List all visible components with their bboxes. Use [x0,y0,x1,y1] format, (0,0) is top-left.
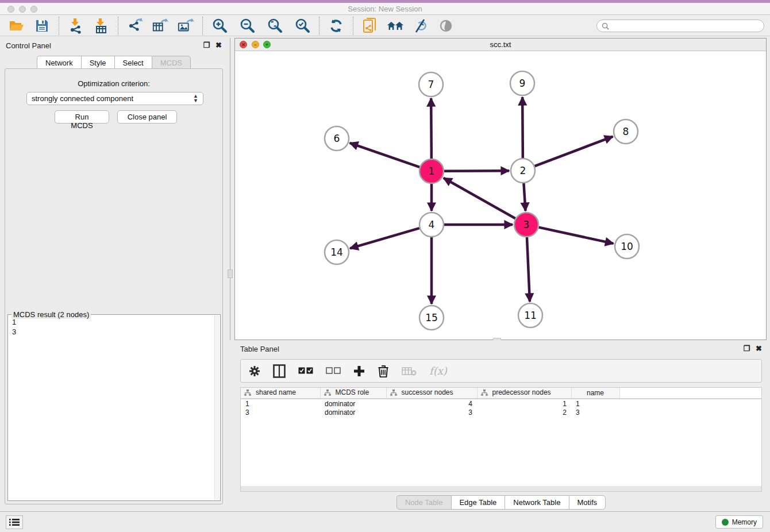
mcds-result-text[interactable]: 1 3 [9,317,214,500]
graph-node-11[interactable]: 11 [518,303,542,327]
table-cell[interactable]: 3 [571,408,619,417]
table-row[interactable]: 3dominator323 [241,408,761,417]
save-session-button[interactable] [33,17,51,34]
task-history-button[interactable] [6,515,23,529]
table-row[interactable]: 1dominator411 [241,399,761,408]
table-cell[interactable]: dominator [320,399,386,408]
status-bar: Memory [0,511,770,532]
network-window-title: scc.txt [235,40,766,49]
graph-edge-3-1[interactable] [444,178,515,218]
graph-edge-3-10[interactable] [538,228,613,244]
graph-node-2[interactable]: 2 [511,159,535,183]
control-panel-title: Control Panel [6,41,51,50]
graph-node-8[interactable]: 8 [614,119,638,144]
column-header-label: predecessor nodes [492,388,551,396]
graph-edge-3-11[interactable] [527,237,530,302]
control-panel: Control Panel ❐ ✖ Network Style Select M… [0,38,228,509]
table-cell[interactable]: dominator [320,408,386,417]
criterion-dropdown[interactable]: strongly connected component ▲▼ [26,92,203,105]
graph-edge-2-8[interactable] [535,137,613,167]
table-horizontal-scrollbar[interactable] [240,486,762,492]
column-header-label: MCDS role [336,388,369,396]
table-cell[interactable]: 1 [477,399,571,408]
graph-edge-1-6[interactable] [350,143,420,167]
search-box[interactable] [596,20,764,32]
graph-edge-1-7[interactable] [431,98,432,159]
zoom-fit-button[interactable] [266,17,283,34]
table-cell[interactable]: 1 [571,399,619,408]
duplicate-network-view-button[interactable] [361,17,379,34]
clear-table-icon-disabled [402,363,417,379]
node-table-header[interactable]: shared name MCDS role successor nodes pr… [241,388,761,399]
node-table-rows[interactable]: 1dominator4113dominator323 [241,399,761,417]
network-graph-canvas[interactable]: 7968124314101511 [235,51,766,340]
graph-node-6[interactable]: 6 [325,126,349,151]
graph-node-7[interactable]: 7 [419,72,443,97]
graph-node-10[interactable]: 10 [615,234,639,259]
deselect-all-columns-icon[interactable] [326,363,341,379]
close-panel-button[interactable]: Close panel [117,110,177,124]
table-cell[interactable]: 2 [477,408,571,417]
graph-node-15[interactable]: 15 [419,306,444,330]
search-input[interactable] [613,22,759,30]
tab-motifs[interactable]: Motifs [568,495,606,510]
graph-node-3[interactable]: 3 [514,213,538,237]
network-window-titlebar[interactable]: ✕ − + scc.txt [235,38,766,51]
memory-button[interactable]: Memory [715,515,763,529]
graph-edge-4-14[interactable] [350,228,419,248]
eye-icon[interactable] [437,17,455,34]
column-header-label: shared name [256,388,296,396]
table-cell[interactable]: 3 [241,408,320,417]
open-session-button[interactable] [8,17,25,34]
graph-node-label: 3 [523,219,530,230]
graph-node-14[interactable]: 14 [325,240,349,264]
node-table[interactable]: shared name MCDS role successor nodes pr… [240,387,762,486]
table-panel: Table Panel ❐ ✖ [232,340,770,511]
graph-node-label: 8 [623,126,629,137]
show-column-panel-icon[interactable] [273,363,286,379]
mcds-panel-body: Optimization criterion: strongly connect… [5,68,223,504]
zoom-out-button[interactable] [238,17,256,34]
import-table-button[interactable] [93,17,110,34]
close-panel-icon[interactable]: ✖ [215,41,222,49]
zoom-in-button[interactable] [211,17,228,34]
delete-column-trash-icon[interactable] [378,363,389,379]
graph-edge-2-3[interactable] [523,183,525,211]
function-builder-icon-disabled: f(x) [429,363,447,379]
tab-network-table[interactable]: Network Table [505,495,568,510]
refresh-layout-button[interactable] [328,17,345,34]
table-cell[interactable]: 3 [386,408,477,417]
export-table-button[interactable] [152,17,169,34]
create-column-plus-icon[interactable] [353,363,365,379]
vertical-splitter-grip[interactable] [228,269,233,278]
graph-node-1[interactable]: 1 [419,159,444,183]
mcds-result-box: MCDS result (2 nodes) 1 3 [7,314,221,501]
application-window: Session: New Session [0,0,770,532]
float-panel-icon[interactable]: ❐ [203,41,210,49]
select-all-columns-icon[interactable] [298,363,313,379]
tab-node-table[interactable]: Node Table [396,495,451,510]
table-settings-gear-icon[interactable] [249,363,260,379]
table-toolbar: f(x) [240,359,762,383]
graph-node-4[interactable]: 4 [419,213,444,237]
optimization-criterion-label: Optimization criterion: [5,79,222,88]
table-cell[interactable]: 4 [386,399,477,408]
mac-titlebar: Session: New Session [0,3,770,15]
vertical-splitter[interactable] [230,38,230,340]
graph-edge-1-2[interactable] [444,171,509,171]
home-layout-button[interactable] [387,17,404,34]
run-mcds-button[interactable]: Run MCDS [55,110,109,124]
mcds-result-scrollbar[interactable] [214,315,220,500]
table-cell[interactable]: 1 [241,399,320,408]
shared-column-icon [481,390,488,398]
close-panel-icon[interactable]: ✖ [756,345,762,352]
zoom-selected-button[interactable] [294,17,311,34]
float-panel-icon[interactable]: ❐ [743,345,750,352]
export-image-button[interactable] [177,17,194,34]
hide-graphics-details-icon[interactable] [412,17,429,34]
graph-edge-2-9[interactable] [522,97,523,158]
graph-node-9[interactable]: 9 [510,71,534,95]
import-network-button[interactable] [67,17,84,34]
export-network-button[interactable] [126,17,144,34]
tab-edge-table[interactable]: Edge Table [451,495,505,510]
